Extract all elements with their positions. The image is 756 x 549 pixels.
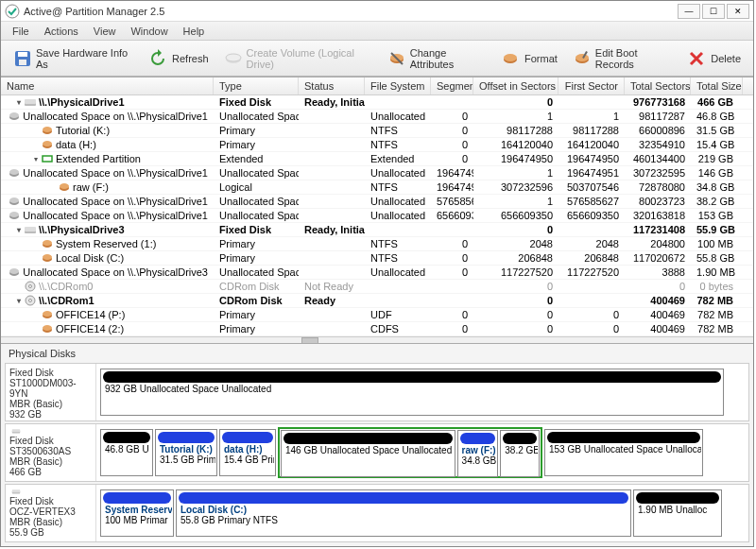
table-row[interactable]: data (H:)PrimaryNTFS01641200401641200403…	[1, 138, 753, 152]
menu-view[interactable]: View	[86, 24, 124, 39]
col-fs[interactable]: File System	[365, 77, 431, 94]
col-total[interactable]: Total Sectors	[625, 77, 691, 94]
svg-point-29	[9, 212, 19, 217]
svg-point-41	[29, 300, 32, 302]
col-size[interactable]: Total Size	[691, 77, 743, 94]
extended-partition-group[interactable]: 146 GB Unallocated Space Unallocatedraw …	[278, 427, 542, 478]
partition-block[interactable]: Tutorial (K:)31.5 GB Primar	[155, 429, 217, 476]
partition-bar	[222, 432, 273, 443]
col-offset[interactable]: Offset in Sectors	[473, 77, 558, 94]
svg-point-18	[43, 127, 52, 132]
unalloc-icon	[9, 196, 20, 207]
cd-icon	[25, 295, 36, 306]
minimize-button[interactable]: —	[678, 4, 700, 19]
edit-boot-button[interactable]: Edit Boot Records	[566, 43, 678, 74]
unalloc-icon	[9, 111, 20, 122]
physical-disks-panel: Physical Disks Fixed DiskST1000DM003-9YN…	[1, 343, 753, 546]
refresh-button[interactable]: Refresh	[141, 44, 215, 73]
disk-layout: 46.8 GB UTutorial (K:)31.5 GB Primardata…	[96, 424, 748, 481]
partition-block[interactable]: 38.2 GB U	[500, 430, 540, 477]
table-row[interactable]: Unallocated Space on \\.\PhysicalDrive1U…	[1, 195, 753, 209]
change-attributes-button[interactable]: Change Attributes	[381, 43, 491, 74]
table-row[interactable]: Local Disk (C:)PrimaryNTFS02068482068481…	[1, 251, 753, 266]
svg-rect-49	[12, 429, 20, 432]
svg-rect-14	[25, 99, 36, 104]
table-row[interactable]: OFFICE14 (2:)PrimaryCDFS000400469782 MB	[1, 322, 753, 336]
table-row[interactable]: ▾Extended PartitionExtendedExtended01964…	[1, 152, 753, 166]
partition-table[interactable]: Name Type Status File System Segment Off…	[1, 77, 753, 343]
create-volume-icon	[224, 48, 243, 69]
col-type[interactable]: Type	[214, 77, 299, 94]
menubar: File Actions View Window Help	[1, 22, 753, 41]
titlebar: Active@ Partition Manager 2.5 — ☐ ✕	[1, 1, 753, 22]
svg-rect-2	[18, 52, 27, 57]
delete-button[interactable]: Delete	[679, 44, 747, 73]
partition-block[interactable]: Local Disk (C:)55.8 GB Primary NTFS	[176, 489, 631, 537]
partition-block[interactable]: raw (F:)34.8 GB	[457, 430, 499, 477]
svg-point-33	[43, 240, 52, 246]
disk-icon	[9, 489, 23, 494]
partition-block[interactable]: 146 GB Unallocated Space Unallocated	[281, 430, 455, 477]
disk-info: Fixed DiskOCZ-VERTEX3MBR (Basic)55.9 GB	[6, 485, 96, 541]
partition-bar	[158, 432, 215, 443]
table-row[interactable]: ▾\\.\CDRom1CDRom DiskReady0400469782 MB	[1, 294, 753, 308]
table-row[interactable]: ▾\\.\PhysicalDrive1Fixed DiskReady, Init…	[1, 95, 753, 110]
col-first[interactable]: First Sector	[558, 77, 625, 94]
col-segment[interactable]: Segment	[431, 77, 473, 94]
cd-icon	[25, 281, 36, 292]
col-status[interactable]: Status	[299, 77, 365, 94]
menu-actions[interactable]: Actions	[37, 24, 86, 39]
table-row[interactable]: Unallocated Space on \\.\PhysicalDrive1U…	[1, 110, 753, 124]
disk-info: Fixed DiskST3500630ASMBR (Basic)466 GB	[6, 424, 96, 481]
table-row[interactable]: Unallocated Space on \\.\PhysicalDrive1U…	[1, 209, 753, 223]
svg-rect-51	[12, 489, 20, 492]
partition-block[interactable]: System Reserve100 MB Primar	[100, 489, 174, 537]
table-row[interactable]: System Reserved (1:)PrimaryNTFS020482048…	[1, 237, 753, 251]
table-row[interactable]: Unallocated Space on \\.\PhysicalDrive3U…	[1, 266, 753, 280]
maximize-button[interactable]: ☐	[702, 4, 725, 19]
unalloc-icon	[9, 167, 20, 179]
table-row[interactable]: ▾\\.\PhysicalDrive3Fixed DiskReady, Init…	[1, 223, 753, 237]
save-hardware-button[interactable]: Save Hardware Info As	[7, 43, 139, 74]
partition-bar	[179, 492, 628, 504]
partition-bar	[636, 492, 719, 504]
menu-file[interactable]: File	[5, 24, 37, 39]
menu-window[interactable]: Window	[123, 24, 175, 39]
vol-icon	[42, 309, 53, 320]
disk-row: Fixed DiskOCZ-VERTEX3MBR (Basic)55.9 GBS…	[5, 484, 749, 542]
table-row[interactable]: Tutorial (K:)PrimaryNTFS0981172889811728…	[1, 124, 753, 138]
create-volume-button[interactable]: Create Volume (Logical Drive)	[217, 43, 379, 74]
partition-bar	[103, 432, 150, 443]
close-button[interactable]: ✕	[727, 4, 749, 19]
svg-point-0	[6, 5, 19, 18]
partition-block[interactable]: data (H:)15.4 GB Primar	[219, 429, 276, 476]
partition-bar	[284, 433, 453, 444]
table-row[interactable]: raw (F:)LogicalNTFS196474950307232596503…	[1, 180, 753, 195]
save-icon	[13, 48, 32, 69]
partition-block[interactable]: 932 GB Unallocated Space Unallocated	[100, 369, 724, 416]
partition-bar	[547, 432, 700, 443]
table-row[interactable]: OFFICE14 (P:)PrimaryUDF000400469782 MB	[1, 308, 753, 322]
horizontal-scrollbar[interactable]	[1, 336, 753, 343]
partition-block[interactable]: 1.90 MB Unalloc	[633, 489, 722, 537]
partition-block[interactable]: 46.8 GB U	[100, 429, 153, 476]
expand-icon[interactable]: ▾	[31, 155, 40, 163]
expand-icon[interactable]: ▾	[14, 98, 23, 107]
format-button[interactable]: Format	[493, 44, 564, 73]
vol-icon	[42, 238, 53, 249]
svg-point-11	[576, 54, 589, 61]
ext-icon	[42, 153, 53, 164]
delete-icon	[686, 48, 707, 69]
expand-icon[interactable]: ▾	[14, 297, 23, 305]
table-row[interactable]: \\.\CDRom0CDRom DiskNot Ready000 bytes	[1, 280, 753, 294]
edit-boot-icon	[573, 48, 592, 69]
menu-help[interactable]: Help	[176, 24, 213, 39]
table-row[interactable]: Unallocated Space on \\.\PhysicalDrive1U…	[1, 166, 753, 180]
col-name[interactable]: Name	[1, 77, 214, 94]
expand-icon[interactable]: ▾	[14, 226, 23, 234]
partition-bar	[103, 371, 721, 383]
svg-point-43	[43, 311, 52, 317]
svg-rect-31	[25, 227, 36, 232]
partition-block[interactable]: 153 GB Unallocated Space Unalloca	[544, 429, 703, 476]
svg-point-39	[29, 285, 32, 288]
